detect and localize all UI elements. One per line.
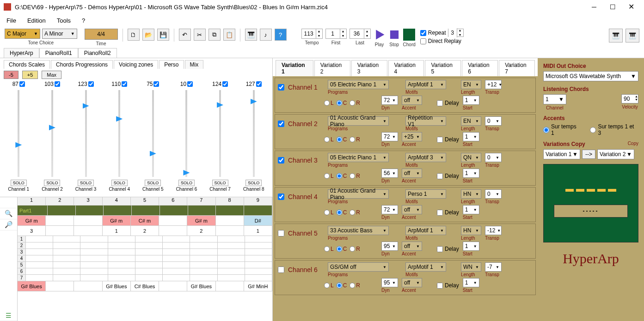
listen-channel[interactable]: 1▼ bbox=[543, 94, 566, 104]
grid-cell[interactable] bbox=[135, 268, 163, 275]
grid-cell[interactable] bbox=[163, 242, 190, 249]
start-select-5[interactable]: 1▼ bbox=[463, 242, 479, 251]
accent-select-2[interactable]: +25▼ bbox=[402, 132, 422, 141]
pan-r-2[interactable]: R bbox=[350, 136, 360, 143]
grid-cell[interactable] bbox=[218, 236, 245, 242]
tab-pianoroll1[interactable]: PianoRoll1 bbox=[39, 48, 78, 58]
grid-cell[interactable] bbox=[135, 275, 163, 281]
cut-icon[interactable]: ✂ bbox=[194, 29, 206, 41]
keyboard-icon-1[interactable]: 🎹 bbox=[609, 29, 623, 42]
grid-cell[interactable] bbox=[163, 268, 190, 275]
mix-minus-5[interactable]: -5 bbox=[4, 71, 18, 79]
grid-cell[interactable] bbox=[108, 262, 135, 268]
channel-enable-4[interactable] bbox=[122, 81, 127, 87]
channel-slider-8[interactable] bbox=[253, 90, 255, 177]
var-channel-enable-6[interactable] bbox=[278, 266, 284, 273]
grid-col-header[interactable]: 6 bbox=[159, 197, 187, 206]
delay-check-3[interactable] bbox=[437, 173, 443, 179]
time-signature[interactable]: 4/4 bbox=[85, 29, 118, 40]
variation-tab-4[interactable]: Variation 4 bbox=[388, 60, 424, 76]
note-icon[interactable]: ♪ bbox=[260, 29, 272, 41]
chord-cell[interactable] bbox=[74, 216, 102, 226]
tab-mix[interactable]: Mix bbox=[185, 60, 204, 69]
grid-cell[interactable] bbox=[26, 242, 53, 249]
tempo-input[interactable]: ▲▼ bbox=[301, 29, 323, 39]
pan-r-5[interactable]: R bbox=[350, 246, 360, 252]
program-select-3[interactable]: 05 Electric Piano 1▼ bbox=[328, 153, 389, 162]
grid-cell[interactable] bbox=[80, 275, 108, 281]
blues-cell[interactable]: G# MinH bbox=[244, 281, 272, 291]
solo-button-5[interactable]: SOLO bbox=[145, 180, 161, 186]
transp-select-4[interactable]: 0▼ bbox=[485, 189, 502, 199]
grid-cell[interactable] bbox=[245, 255, 272, 262]
grid-col-header[interactable]: 7 bbox=[187, 197, 215, 206]
grid-cell[interactable]: 2 bbox=[131, 226, 159, 236]
grid-cell[interactable] bbox=[218, 242, 245, 249]
minimize-button[interactable]: ─ bbox=[585, 0, 603, 13]
solo-button-6[interactable]: SOLO bbox=[178, 180, 195, 186]
grid-cell[interactable] bbox=[53, 275, 80, 281]
program-select-2[interactable]: 01 Acoustic Grand Piano▼ bbox=[328, 116, 389, 126]
grid-cell[interactable] bbox=[80, 249, 108, 255]
blues-cell[interactable]: G# Blues bbox=[18, 281, 46, 291]
motif-select-3[interactable]: ArpMotif 3▼ bbox=[405, 153, 446, 162]
tab-chords-scales[interactable]: Chords Scales bbox=[4, 60, 50, 69]
copy-from[interactable]: Variation 1▼ bbox=[543, 149, 580, 159]
transp-select-3[interactable]: 0▼ bbox=[485, 153, 502, 162]
variation-tab-2[interactable]: Variation 2 bbox=[314, 60, 350, 76]
menu-help[interactable]: ? bbox=[82, 17, 85, 24]
channel-enable-7[interactable] bbox=[222, 81, 228, 87]
blues-cell[interactable] bbox=[159, 281, 187, 291]
chord-cell[interactable]: G# m bbox=[18, 216, 46, 226]
tab-hyperarp[interactable]: HyperArp bbox=[4, 48, 39, 58]
grid-cell[interactable] bbox=[53, 236, 80, 242]
pan-l-2[interactable]: L bbox=[324, 136, 334, 143]
copy-button[interactable]: --> bbox=[582, 150, 595, 159]
pan-r-6[interactable]: R bbox=[350, 282, 360, 289]
grid-cell[interactable] bbox=[108, 249, 135, 255]
delay-check-1[interactable] bbox=[437, 100, 443, 106]
grid-cell[interactable] bbox=[163, 255, 190, 262]
menu-tools[interactable]: Tools bbox=[57, 17, 71, 24]
motif-select-5[interactable]: ArpMotif 1▼ bbox=[405, 226, 446, 235]
grid-cell[interactable] bbox=[190, 242, 217, 249]
grid-cell[interactable] bbox=[135, 242, 163, 249]
channel-enable-1[interactable] bbox=[19, 81, 25, 87]
dyn-select-5[interactable]: 95▼ bbox=[381, 242, 398, 251]
variation-tab-7[interactable]: Variation 7 bbox=[499, 60, 535, 76]
zoom-out-icon[interactable]: 🔎 bbox=[0, 219, 17, 230]
grid-cell[interactable] bbox=[218, 275, 245, 281]
blues-cell[interactable]: G# Blues bbox=[187, 281, 215, 291]
tone-select-2[interactable]: A Minor▼ bbox=[42, 29, 77, 39]
grid-col-header[interactable]: 2 bbox=[46, 197, 74, 206]
pan-l-5[interactable]: L bbox=[324, 246, 334, 252]
channel-slider-7[interactable] bbox=[219, 90, 221, 177]
dyn-select-6[interactable]: 95▼ bbox=[381, 278, 398, 287]
copy-to[interactable]: Variation 2▼ bbox=[597, 149, 634, 159]
grid-cell[interactable] bbox=[26, 262, 53, 268]
grid-cell[interactable] bbox=[26, 249, 53, 255]
solo-button-8[interactable]: SOLO bbox=[245, 180, 262, 186]
blues-cell[interactable] bbox=[46, 281, 74, 291]
start-select-6[interactable]: 1▼ bbox=[463, 278, 479, 287]
length-select-1[interactable]: EN▼ bbox=[461, 80, 481, 89]
grid-cell[interactable] bbox=[26, 268, 53, 275]
accent-select-3[interactable]: off▼ bbox=[402, 169, 422, 178]
grid-cell[interactable]: 1 bbox=[244, 226, 272, 236]
transp-select-2[interactable]: 0▼ bbox=[485, 116, 502, 126]
maximize-button[interactable]: ☐ bbox=[603, 0, 622, 13]
motif-select-1[interactable]: ArpMotif 1▼ bbox=[405, 80, 446, 89]
keyboard-icon-2[interactable]: 🎹 bbox=[626, 29, 639, 42]
grid-cell[interactable] bbox=[46, 226, 74, 236]
grid-cell[interactable] bbox=[216, 226, 244, 236]
grid-cell[interactable] bbox=[80, 236, 108, 242]
blues-cell[interactable]: C# Blues bbox=[131, 281, 159, 291]
chord-cell[interactable]: D# bbox=[244, 216, 272, 226]
program-select-4[interactable]: 01 Acoustic Grand Piano▼ bbox=[328, 189, 389, 199]
channel-slider-5[interactable] bbox=[152, 90, 154, 177]
grid-cell[interactable] bbox=[190, 236, 217, 242]
chord-cell[interactable]: C# m bbox=[131, 216, 159, 226]
menu-file[interactable]: File bbox=[6, 17, 16, 24]
paste-icon[interactable]: 📋 bbox=[223, 29, 235, 41]
stop-button[interactable] bbox=[388, 29, 400, 41]
